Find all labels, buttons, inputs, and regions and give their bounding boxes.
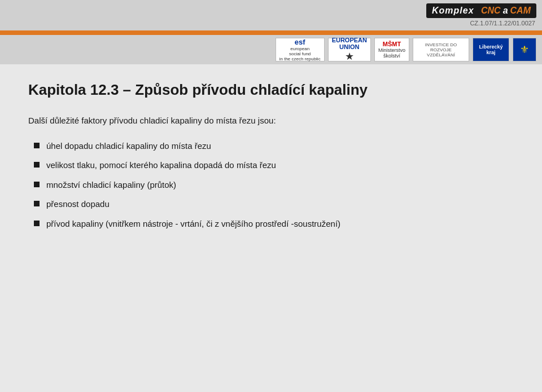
eu-logos-row: esf europeansocial fund in the czech rep…	[0, 35, 542, 64]
bullet-text-5: přívod kapaliny (vnitřkem nástroje - vrt…	[46, 218, 514, 231]
list-item: úhel dopadu chladicí kapaliny do místa ř…	[34, 140, 514, 153]
bullet-text-4: přesnost dopadu	[46, 198, 514, 211]
logo-komplex: Komplex CNC a CAM	[426, 3, 536, 18]
list-item: velikost tlaku, pomocí kterého kapalina …	[34, 159, 514, 172]
logo-text-cam: CAM	[510, 6, 531, 16]
project-code: CZ.1.07/1.1.22/01.0027	[470, 20, 535, 27]
logo-text-komplex: Komplex	[432, 6, 474, 16]
bullet-text-1: úhel dopadu chladicí kapaliny do místa ř…	[46, 140, 514, 153]
list-item: přívod kapaliny (vnitřkem nástroje - vrt…	[34, 218, 514, 231]
intro-text: Další důležité faktory přívodu chladicí …	[28, 114, 514, 127]
list-item: množství chladicí kapaliny (průtok)	[34, 179, 514, 192]
main-content: Kapitola 12.3 – Způsob přívodu chladící …	[0, 64, 542, 392]
eu-logo-liberecky: Liberecký kraj	[473, 38, 509, 61]
bullet-text-2: velikost tlaku, pomocí kterého kapalina …	[46, 159, 514, 172]
logo-space	[477, 6, 479, 16]
bullet-list: úhel dopadu chladicí kapaliny do místa ř…	[34, 140, 514, 237]
logo-text-cnc: CNC	[481, 6, 501, 16]
eu-logo-esf: esf europeansocial fund in the czech rep…	[276, 38, 325, 61]
logo-text-a: a	[503, 6, 508, 16]
chapter-title: Kapitola 12.3 – Způsob přívodu chladící …	[28, 81, 514, 99]
top-bar: Komplex CNC a CAM CZ.1.07/1.1.22/01.0027	[0, 0, 542, 35]
list-item: přesnost dopadu	[34, 198, 514, 211]
bullet-icon-5	[34, 221, 40, 226]
eu-logo-invest: INVESTICE DOROZVOJEVZDĚLÁVÁNÍ	[413, 38, 469, 61]
eu-logo-msmt: MŠMT Ministerstvo školství	[374, 38, 409, 61]
bullet-icon-3	[34, 182, 40, 187]
bullet-icon-4	[34, 201, 40, 206]
eu-logo-coat: ⚜	[513, 38, 536, 61]
logo-area: Komplex CNC a CAM CZ.1.07/1.1.22/01.0027	[426, 0, 542, 27]
bullet-icon-1	[34, 143, 40, 148]
bullet-text-3: množství chladicí kapaliny (průtok)	[46, 179, 514, 192]
eu-logo-eu: EUROPEANUNION ★	[328, 38, 371, 61]
orange-stripe	[0, 30, 542, 35]
bullet-icon-2	[34, 162, 40, 168]
slide-container: Komplex CNC a CAM CZ.1.07/1.1.22/01.0027…	[0, 0, 542, 392]
